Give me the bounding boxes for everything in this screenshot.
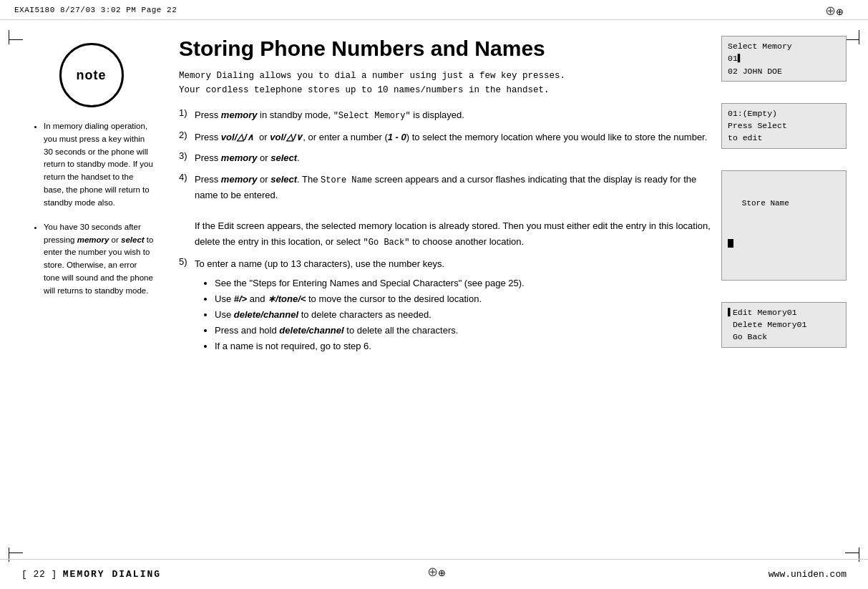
corner-line-bl-h <box>9 553 23 553</box>
step2-vol2: vol/△/∨ <box>270 132 303 142</box>
step-3-body: Press memory or select. <box>195 150 714 165</box>
corner-line-tr-h <box>845 39 859 40</box>
note-label: note <box>77 68 107 83</box>
note-bullet-1: In memory dialing operation, you must pr… <box>44 120 154 210</box>
step-5: 5) To enter a name (up to 13 characters)… <box>179 256 714 355</box>
screen-edit-memory: ▌Edit Memory01 Delete Memory01 Go Back <box>721 302 847 348</box>
step-1-body: Press memory in standby mode, "Select Me… <box>195 107 714 124</box>
left-sidebar: note In memory dialing operation, you mu… <box>21 29 161 553</box>
crosshair-top-right-icon: ⊕ <box>825 3 839 17</box>
step1-mono: "Select Memory" <box>333 111 411 121</box>
step-4: 4) Press memory or select. The Store Nam… <box>179 172 714 250</box>
corner-line-tl-h <box>9 39 23 40</box>
note-circle: note <box>59 43 124 107</box>
intro-line2: Your cordless telephone stores up to 10 … <box>179 85 550 95</box>
intro-text: Memory Dialing allows you to dial a numb… <box>179 69 714 97</box>
step-1: 1) Press memory in standby mode, "Select… <box>179 107 714 124</box>
corner-line-tl-v <box>9 30 9 44</box>
step5-bullet-list: See the "Steps for Entering Names and Sp… <box>202 276 714 354</box>
step2-range: 1 - 0 <box>388 132 406 142</box>
text-area: Memory Dialing allows you to dial a numb… <box>179 69 714 354</box>
step-2-body: Press vol/△/∧ or vol/△/∨, or enter a num… <box>195 130 714 145</box>
content-area: note In memory dialing operation, you mu… <box>21 29 847 553</box>
corner-line-tr-v <box>859 30 859 44</box>
screen-select-memory: Select Memory 01▌ 02 JOHN DOE <box>721 36 847 82</box>
note-bullets: In memory dialing operation, you must pr… <box>29 120 154 309</box>
step5-bullet-2: Use #/> and ∗/tone/< to move the cursor … <box>215 291 714 307</box>
step-1-num: 1) <box>179 107 195 118</box>
crosshair-bottom-icon: ⊕ <box>427 564 442 578</box>
step1-memory: memory <box>221 109 258 120</box>
step-2-num: 2) <box>179 130 195 140</box>
screen3-label: Store Name <box>728 198 840 210</box>
header-text: EXAI5180 8/27/03 3:02 PM Page 22 <box>14 6 177 14</box>
intro-line1: Memory Dialing allows you to dial a numb… <box>179 71 565 81</box>
step-5-num: 5) <box>179 256 195 267</box>
step5-bullet-1: See the "Steps for Entering Names and Sp… <box>215 276 714 291</box>
step2-vol1: vol/△/∧ <box>221 132 254 142</box>
screen3-cursor <box>728 237 840 249</box>
footer-url: www.uniden.com <box>769 569 847 580</box>
screen-store-name: Store Name <box>721 170 847 281</box>
step-4-num: 4) <box>179 172 195 182</box>
step5-bullet-4: Press and hold delete/channel to delete … <box>215 323 714 339</box>
step4-mono: Store Name <box>321 175 372 185</box>
step4-sub: If the Edit screen appears, the selected… <box>195 220 711 246</box>
screen-empty: 01:(Empty) Press Select to edit <box>721 103 847 149</box>
note-bullet-2: You have 30 seconds after pressing memor… <box>44 221 154 298</box>
header-bar: EXAI5180 8/27/03 3:02 PM Page 22 <box>0 0 868 20</box>
step-3: 3) Press memory or select. <box>179 150 714 165</box>
corner-line-br-h <box>845 553 859 553</box>
page-wrapper: EXAI5180 8/27/03 3:02 PM Page 22 ⊕ note … <box>0 0 868 589</box>
step5-bullet-5: If a name is not required, go to step 6. <box>215 339 714 354</box>
step5-bullet-3: Use delete/channel to delete characters … <box>215 307 714 323</box>
main-content: Storing Phone Numbers and Names Memory D… <box>161 29 847 553</box>
step4-memory: memory <box>221 174 258 185</box>
step3-select: select <box>270 152 297 163</box>
step-5-body: To enter a name (up to 13 characters), u… <box>195 256 714 355</box>
step-4-body: Press memory or select. The Store Name s… <box>195 172 714 250</box>
step4-select: select <box>270 174 297 185</box>
step3-memory: memory <box>221 152 258 163</box>
footer-page: [ 22 ] <box>21 569 57 580</box>
step-2: 2) Press vol/△/∧ or vol/△/∨, or enter a … <box>179 130 714 145</box>
step-3-num: 3) <box>179 150 195 161</box>
footer-left: [ 22 ] MEMORY DIALING <box>21 569 161 580</box>
footer-section: MEMORY DIALING <box>63 569 161 580</box>
screens-column: Select Memory 01▌ 02 JOHN DOE 01:(Empty)… <box>721 36 847 348</box>
